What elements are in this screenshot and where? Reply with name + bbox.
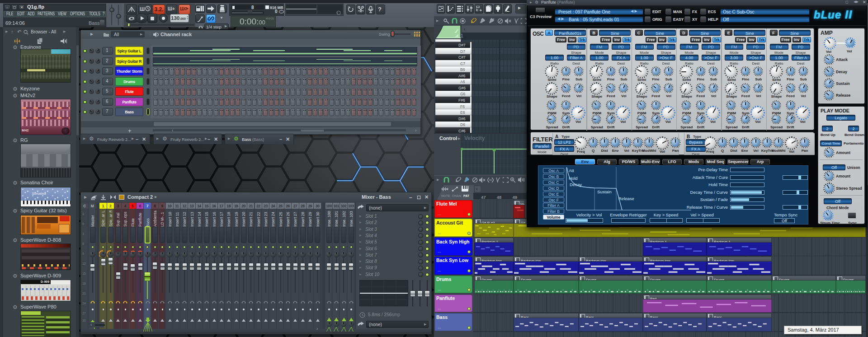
svg-text:Release: Release (618, 196, 634, 201)
svg-text:Decay: Decay (570, 182, 582, 187)
svg-text:Hold: Hold (569, 176, 578, 181)
svg-text:Att: Att (569, 168, 574, 173)
svg-text:Sustain: Sustain (597, 189, 612, 194)
